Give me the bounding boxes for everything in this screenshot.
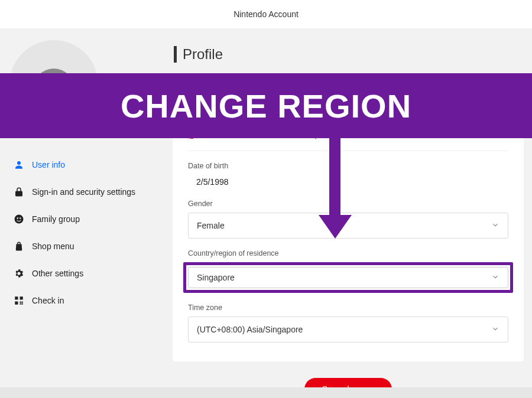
page-title: Profile <box>174 46 524 63</box>
overlay-banner: CHANGE REGION <box>0 73 532 138</box>
chevron-down-icon <box>491 325 499 335</box>
sidebar-item-label: Other settings <box>32 269 83 278</box>
gender-select[interactable]: Female <box>188 213 508 239</box>
sidebar-item-other-settings[interactable]: Other settings <box>8 260 166 287</box>
sidebar-item-user-info[interactable]: User info <box>8 151 166 178</box>
lock-icon <box>13 187 25 197</box>
svg-rect-5 <box>20 296 23 299</box>
gear-icon <box>13 268 25 279</box>
family-icon <box>13 214 25 224</box>
chevron-down-icon <box>491 273 499 283</box>
person-icon <box>13 159 25 170</box>
sidebar-item-family-group[interactable]: Family group <box>8 205 166 233</box>
svg-rect-10 <box>22 304 23 305</box>
dob-label: Date of birth <box>188 162 508 170</box>
svg-rect-7 <box>20 302 21 303</box>
svg-point-1 <box>15 215 24 224</box>
chevron-down-icon <box>491 221 499 231</box>
gender-field: Gender Female <box>188 200 508 239</box>
sidebar-nav: User info Sign-in and security settings … <box>8 151 166 314</box>
svg-point-3 <box>20 217 21 218</box>
qr-code-icon <box>13 295 25 306</box>
top-bar: Nintendo Account <box>0 0 532 28</box>
timezone-select[interactable]: (UTC+08:00) Asia/Singapore <box>188 317 508 342</box>
svg-point-0 <box>17 161 21 165</box>
country-value: Singapore <box>197 273 235 282</box>
svg-rect-9 <box>20 304 21 305</box>
gender-label: Gender <box>188 200 508 208</box>
country-field: Country/region of residence Singapore <box>188 249 508 293</box>
topbar-title: Nintendo Account <box>233 9 299 19</box>
dob-value: 2/5/1998 <box>188 175 508 189</box>
timezone-label: Time zone <box>188 304 508 312</box>
sidebar-item-label: Check in <box>32 296 64 305</box>
timezone-value: (UTC+08:00) Asia/Singapore <box>197 325 303 334</box>
sidebar-item-label: User info <box>32 160 65 169</box>
sidebar-item-label: Family group <box>32 214 80 224</box>
sidebar-item-label: Sign-in and security settings <box>32 187 135 197</box>
dob-field: Date of birth 2/5/1998 <box>188 162 508 189</box>
gender-value: Female <box>197 221 225 230</box>
footer-strip <box>0 387 532 398</box>
country-highlight-annotation: Singapore <box>183 262 513 293</box>
svg-rect-8 <box>22 302 23 303</box>
sidebar-item-security[interactable]: Sign-in and security settings <box>8 178 166 205</box>
sidebar-item-label: Shop menu <box>32 242 74 251</box>
svg-point-2 <box>17 217 18 218</box>
country-label: Country/region of residence <box>188 249 508 257</box>
sidebar-item-check-in[interactable]: Check in <box>8 287 166 314</box>
sidebar-item-shop-menu[interactable]: Shop menu <box>8 233 166 260</box>
timezone-field: Time zone (UTC+08:00) Asia/Singapore <box>188 304 508 342</box>
svg-rect-6 <box>15 302 18 305</box>
svg-rect-4 <box>15 296 18 299</box>
shopping-bag-icon <box>13 241 25 252</box>
country-select[interactable]: Singapore <box>188 267 508 288</box>
